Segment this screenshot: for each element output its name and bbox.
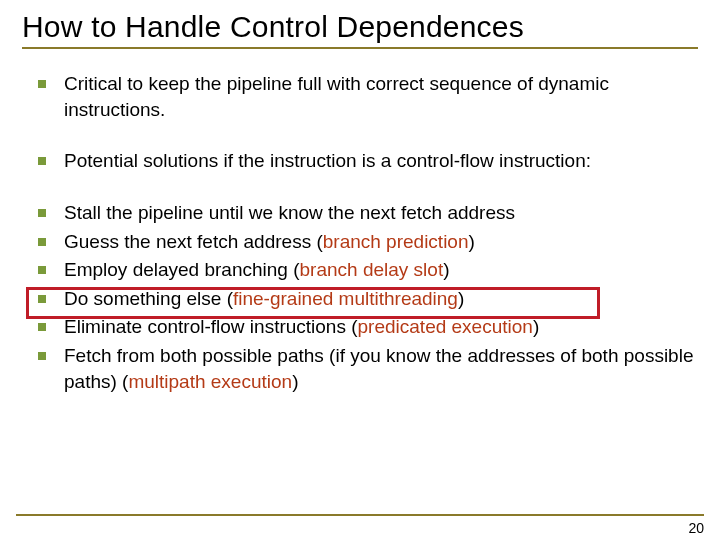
list-item: Potential solutions if the instruction i… [32,148,698,174]
text: Guess the next fetch address ( [64,231,323,252]
keyword: branch prediction [323,231,469,252]
list-item: Guess the next fetch address (branch pre… [32,229,698,255]
text: ) [292,371,298,392]
text: ) [533,316,539,337]
text: Employ delayed branching ( [64,259,300,280]
text: ) [458,288,464,309]
list-item: Fetch from both possible paths (if you k… [32,343,698,394]
text: ) [443,259,449,280]
list-item: Employ delayed branching (branch delay s… [32,257,698,283]
text: ) [469,231,475,252]
list-item: Do something else (fine-grained multithr… [32,286,698,312]
keyword: fine-grained multithreading [233,288,458,309]
list-item: Stall the pipeline until we know the nex… [32,200,698,226]
title-underline [22,47,698,49]
slide-title: How to Handle Control Dependences [22,10,698,44]
text: Do something else ( [64,288,233,309]
bottom-rule [16,514,704,516]
list-item: Eliminate control-flow instructions (pre… [32,314,698,340]
keyword: predicated execution [358,316,533,337]
page-number: 20 [688,520,704,536]
keyword: branch delay slot [300,259,444,280]
list-item: Critical to keep the pipeline full with … [32,71,698,122]
bullet-list: Critical to keep the pipeline full with … [22,71,698,394]
keyword: multipath execution [128,371,292,392]
text: Eliminate control-flow instructions ( [64,316,358,337]
